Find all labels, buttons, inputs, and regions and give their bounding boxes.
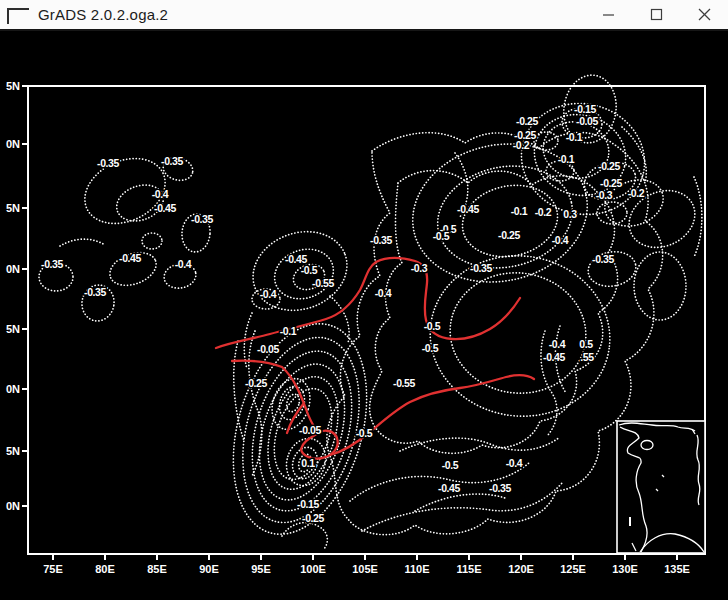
contour-label: -0.35 bbox=[161, 155, 183, 167]
x-tick-label: 100E bbox=[300, 563, 326, 575]
contour-label: 0.5 bbox=[579, 338, 593, 350]
contour-label: -0.35 bbox=[97, 157, 119, 169]
app-icon bbox=[7, 8, 29, 24]
close-button[interactable] bbox=[680, 0, 728, 29]
contour-label: -0.5 bbox=[442, 459, 459, 471]
contour-ellipse bbox=[142, 233, 162, 249]
x-tick-label: 125E bbox=[560, 563, 586, 575]
contour-label: -0.35 bbox=[84, 286, 106, 298]
contour-label: -0.05 bbox=[299, 424, 321, 436]
contour-label: -0.1 bbox=[280, 325, 297, 337]
contour-label: -0.1 bbox=[511, 205, 528, 217]
contour-path bbox=[330, 296, 349, 343]
y-tick-label: 0N bbox=[6, 383, 20, 395]
maximize-icon bbox=[650, 8, 663, 21]
contour-label: -0.25 bbox=[600, 177, 622, 189]
contour-path bbox=[362, 483, 562, 531]
contour-label: -0.4 bbox=[375, 287, 392, 299]
contour-path bbox=[415, 494, 505, 511]
grads-window: GrADS 2.0.2.oga.2 75E80E85E90E95E100E105 bbox=[0, 0, 728, 600]
contour-label: -0.45 bbox=[438, 482, 460, 494]
contour-label: -0.4 bbox=[552, 234, 569, 246]
contour-labels: -0.35-0.35-0.4-0.45-0.35-0.35-0.45-0.4-0… bbox=[41, 103, 645, 524]
contour-ellipse bbox=[634, 252, 686, 320]
close-icon bbox=[698, 8, 711, 21]
contour-label: -0.5 bbox=[301, 264, 318, 276]
contour-label: -0.35 bbox=[191, 213, 213, 225]
contour-label: -0.2 bbox=[628, 187, 645, 199]
contour-label: -0.55 bbox=[393, 377, 415, 389]
x-tick-label: 110E bbox=[404, 563, 429, 575]
contour-label: -0.35 bbox=[41, 258, 63, 270]
contour-label: -0.4 bbox=[260, 288, 277, 300]
y-tick-label: 5N bbox=[6, 323, 20, 335]
contour-label: -0.05 bbox=[257, 343, 279, 355]
y-tick-label: 5N bbox=[6, 445, 20, 457]
contour-label: -0.55 bbox=[312, 277, 334, 289]
inset-map bbox=[617, 421, 705, 553]
contour-label: -0.1 bbox=[558, 153, 575, 165]
contour-label: -0.4 bbox=[175, 258, 192, 270]
inset-mark bbox=[629, 517, 631, 526]
contour-label: 0.1 bbox=[301, 457, 315, 469]
x-tick-label: 115E bbox=[456, 563, 481, 575]
x-tick-label: 85E bbox=[147, 563, 167, 575]
contour-label: -0.4 bbox=[506, 457, 523, 469]
contour-label: -0.35 bbox=[370, 234, 392, 246]
contour-label: -0.35 bbox=[489, 482, 511, 494]
inset-frame bbox=[617, 421, 705, 553]
window-controls bbox=[584, 0, 728, 29]
contour-label: 0.3 bbox=[563, 208, 577, 220]
contour-label: -0.25 bbox=[516, 115, 538, 127]
y-tick-label: 5N bbox=[6, 80, 20, 92]
contour-label: -0.45 bbox=[457, 203, 479, 215]
contour-label: -0.15 bbox=[574, 103, 596, 115]
y-tick-label: 0N bbox=[6, 263, 20, 275]
contour-label: -0.35 bbox=[470, 262, 492, 274]
contour-ellipse bbox=[534, 132, 558, 150]
contour-label: -0.35 bbox=[592, 253, 614, 265]
contour-label: -0.5 bbox=[422, 342, 439, 354]
axes: 75E80E85E90E95E100E105E110E115E120E125E1… bbox=[6, 80, 705, 575]
contour-label: -0.5 bbox=[433, 230, 450, 242]
minimize-button[interactable] bbox=[584, 0, 632, 29]
contour-label: -0.2 bbox=[535, 206, 552, 218]
x-tick-label: 75E bbox=[43, 563, 63, 575]
contour-path bbox=[327, 133, 663, 535]
contour-label: -0.2 bbox=[513, 139, 530, 151]
x-tick-label: 130E bbox=[612, 563, 638, 575]
window-title: GrADS 2.0.2.oga.2 bbox=[38, 6, 584, 23]
contour-label: -0.45 bbox=[543, 351, 565, 363]
contour-label: -0.3 bbox=[596, 189, 613, 201]
maximize-button[interactable] bbox=[632, 0, 680, 29]
contour-label: -0.25 bbox=[498, 229, 520, 241]
contour-label: -0.5 bbox=[424, 320, 441, 332]
x-tick-label: 95E bbox=[251, 563, 271, 575]
contour-ellipse bbox=[442, 264, 593, 402]
x-tick-label: 80E bbox=[95, 563, 115, 575]
x-tick-label: 90E bbox=[199, 563, 219, 575]
contour-label: -0.3 bbox=[411, 262, 428, 274]
contour-label: -0.45 bbox=[154, 202, 176, 214]
contour-path bbox=[234, 341, 244, 441]
x-tick-label: 105E bbox=[352, 563, 378, 575]
title-bar: GrADS 2.0.2.oga.2 bbox=[0, 0, 728, 31]
contour-label: -0.1 bbox=[566, 131, 583, 143]
contour-label: -0.25 bbox=[245, 377, 267, 389]
grads-canvas: 75E80E85E90E95E100E105E110E115E120E125E1… bbox=[0, 31, 728, 600]
contour-label: -0.15 bbox=[297, 498, 319, 510]
contour-label: -0.05 bbox=[576, 115, 598, 127]
contour-label: .55 bbox=[580, 351, 594, 363]
contour-path bbox=[400, 437, 560, 451]
minimize-icon bbox=[602, 8, 615, 21]
contour-lines bbox=[39, 72, 704, 550]
contour-label: -0.5 bbox=[356, 427, 373, 439]
contour-label: -0.25 bbox=[598, 160, 620, 172]
y-tick-label: 0N bbox=[6, 138, 20, 150]
x-tick-label: 135E bbox=[664, 563, 690, 575]
contour-label: -0.4 bbox=[152, 188, 169, 200]
y-tick-label: 5N bbox=[6, 202, 20, 214]
contour-label: -0.25 bbox=[302, 512, 324, 524]
y-tick-label: 0N bbox=[6, 500, 20, 512]
contour-label: -0.45 bbox=[119, 252, 141, 264]
